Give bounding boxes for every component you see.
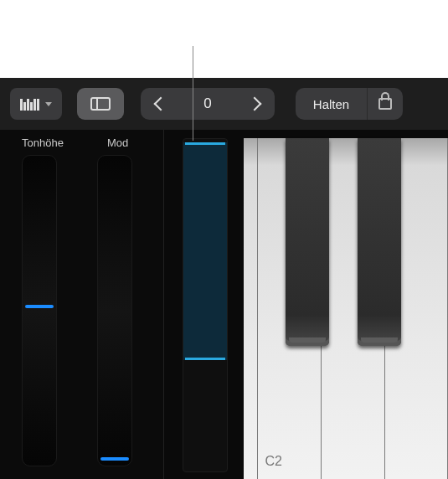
octave-up-button[interactable] [234,88,275,120]
toolbar: 0 Halten [0,78,448,130]
velocity-fill [183,142,227,360]
keyboard-touch-instrument: 0 Halten Tonhöhe Mod [0,78,448,479]
pitch-wheel[interactable] [22,155,57,466]
black-key-cs2[interactable] [286,138,329,346]
mod-wheel[interactable] [97,155,132,466]
chevron-right-icon [248,97,262,111]
black-key-ds2[interactable] [358,138,401,346]
note-label: C2 [265,454,281,469]
mod-label: Mod [107,136,128,149]
lock-icon [378,98,392,110]
keyboard-layout-select[interactable] [10,88,62,120]
velocity-top-marker [185,142,225,145]
octave-down-button[interactable] [141,88,181,120]
hold-lock-button[interactable] [367,88,403,120]
sustain-control: Halten [296,88,403,120]
sidebar-layout-icon [90,97,111,111]
piano-keyboard[interactable]: C2 [244,130,448,479]
octave-value: 0 [181,95,234,112]
black-keys [244,138,448,354]
controls-panel-toggle[interactable] [77,88,124,120]
chevron-left-icon [154,97,168,111]
keyboard-icon [20,97,40,111]
velocity-bottom-marker [185,358,225,360]
pitch-label: Tonhöhe [22,136,64,149]
wheel-panel: Tonhöhe Mod [0,130,163,479]
callout-pointer [193,46,193,141]
velocity-strip-panel [163,130,244,479]
hold-button[interactable]: Halten [296,97,367,111]
pitch-indicator [25,305,54,308]
main-area: Tonhöhe Mod C2 [0,130,448,479]
chevron-down-icon [45,102,52,106]
octave-stepper: 0 [141,88,275,120]
mod-indicator [100,457,129,461]
velocity-strip[interactable] [183,138,228,472]
